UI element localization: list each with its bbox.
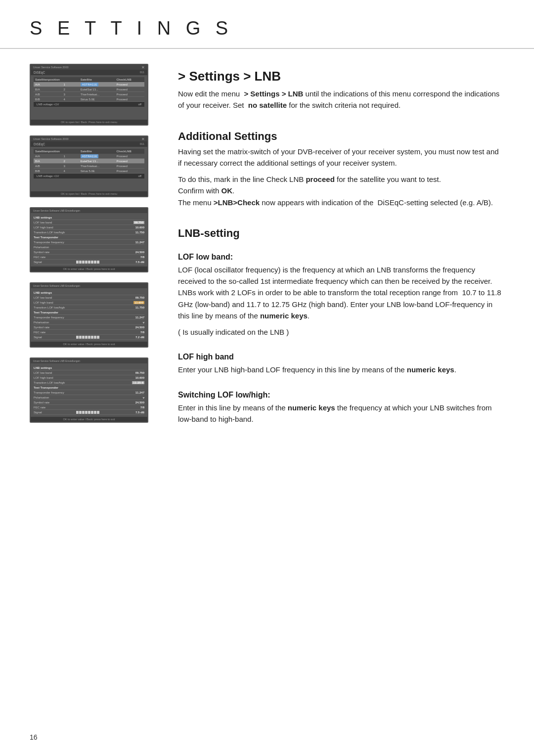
screen2-row-3: A/B 3 Thor/Intelsat... Proceed — [34, 164, 144, 169]
screen3-field-lof-high: LOF high band 10.600 — [34, 225, 144, 230]
screen1-row-4: B/B 4 Sirius 5.0E Proceed — [34, 97, 144, 102]
screen2-row-2: B/A 2 EutelSat 13... Proceed — [34, 159, 144, 164]
screen-top-bar-4: Unser Service Software LNB Einstellungen — [31, 283, 147, 288]
screen4-field-pol: Polarisation v — [34, 320, 144, 325]
right-column: > Settings > LNB Now edit the menu > Set… — [178, 64, 504, 430]
page-number: 16 — [30, 733, 38, 741]
screen3-field-signal: Signal 7.5 dB — [34, 260, 144, 265]
screen3-body: LNB settings LOF low band 09.750 LOF hig… — [31, 213, 147, 267]
settings-lnb-body: Now edit the menu > Settings > LNB until… — [178, 88, 504, 111]
screen-mockup-5: Unser Service Software LNB Einstellungen… — [30, 357, 148, 423]
screen4-field-title: LNB settings — [34, 290, 144, 295]
screen1-table-header: Satellitenposition Satellite CheckLNB — [34, 77, 144, 82]
page-title: S E T T I N G S — [30, 18, 504, 39]
page-container: S E T T I N G S Unser Service Software 2… — [0, 0, 534, 756]
screen5-field-fec: FEC rate 7/8 — [34, 405, 144, 410]
screen3-field-fec: FEC rate 7/8 — [34, 255, 144, 260]
screen-top-bar-2: Unser Service Software 2000 ✕ — [31, 136, 147, 141]
screen4-field-signal: Signal 7.2 dB — [34, 335, 144, 340]
lof-high-band-body: Enter your LNB high-band LOF frequency i… — [178, 364, 504, 375]
screen4-field-symbol: Symbol rate 24.500 — [34, 325, 144, 330]
screen3-field-freq: Transponder frequency 11.247 — [34, 240, 144, 245]
screen4-footer: OK to enter value / Back: press here to … — [31, 342, 147, 347]
screen5-field-pol: Polarisation v — [34, 395, 144, 400]
screen4-field-test-transponder: Test Transponder — [34, 310, 144, 315]
screen2-body: Satellitenposition Satellite CheckLNB A/… — [31, 147, 147, 191]
screen4-field-lof-low: LOF low band 09.750 — [34, 295, 144, 300]
screen3-field-transition: Transition LOF low/high 11.750 — [34, 230, 144, 235]
signal-dots-4 — [76, 336, 99, 339]
settings-lnb-heading: > Settings > LNB — [178, 69, 504, 84]
screen3-field-lof-low: LOF low band 09.750 — [34, 220, 144, 225]
screen5-field-title: LNB settings — [34, 365, 144, 370]
screen1-row-2: B/A 2 EutelSat 13... Proceed — [34, 87, 144, 92]
switching-lof-heading: Switching LOF low/high: — [178, 391, 504, 400]
screen-top-bar-1: Unser Service Software 2000 ✕ — [31, 65, 147, 70]
screen3-field-symbol: Symbol rate 24.500 — [34, 250, 144, 255]
screen1-header-left: Unser Service Software 2000 — [33, 66, 69, 69]
screen-top-bar-5: Unser Service Software LNB Einstellungen — [31, 358, 147, 363]
screen5-field-signal: Signal 7.5 dB — [34, 410, 144, 415]
lof-low-band-note: ( Is usually indicated on the LNB ) — [178, 326, 504, 338]
screen4-field-fec: FEC rate 7/8 — [34, 330, 144, 335]
switching-lof-body: Enter in this line by means of the numer… — [178, 402, 504, 425]
screen1-row-1: A/A 1 ASTRA11E Proceed — [34, 82, 144, 87]
screen-mockup-3: Unser Service Software LNB Einstellungen… — [30, 207, 148, 272]
screen1-table: Satellitenposition Satellite CheckLNB A/… — [34, 77, 144, 102]
screen5-field-lof-low: LOF low band 09.750 — [34, 370, 144, 375]
screen1-row-3: A/B 3 Thor/Intelsat... Proceed — [34, 92, 144, 97]
screen3-field-test-transponder: Test Transponder — [34, 235, 144, 240]
screen4-field-transition: Transition LOF low/high 11.750 — [34, 305, 144, 310]
screen5-body: LNB settings LOF low band 09.750 LOF hig… — [31, 363, 147, 417]
additional-settings-heading: Additional Settings — [178, 130, 504, 143]
lof-low-band-heading: LOF low band: — [178, 253, 504, 262]
screen5-field-freq: Transponder frequency 11.247 — [34, 390, 144, 395]
screen-top-bar-3: Unser Service Software LNB Einstellungen — [31, 208, 147, 213]
screen2-footer: OK to open list / Back: Press here to ex… — [31, 191, 147, 196]
screen2-close-icon: ✕ — [141, 137, 145, 141]
screen5-field-lof-high: LOF high band 10.600 — [34, 375, 144, 380]
header-section: S E T T I N G S — [0, 0, 534, 49]
screen-mockup-1: Unser Service Software 2000 ✕ DiSEqC 011… — [30, 64, 148, 126]
screen2-subheader: DiSEqC 011 — [31, 141, 147, 147]
screen3-field-title: LNB settings — [34, 215, 144, 220]
signal-dots-5 — [76, 411, 99, 414]
lof-low-band-body: LOF (local oscillator frequency) is the … — [178, 264, 504, 321]
lnb-setting-heading: LNB-setting — [178, 227, 504, 240]
screen-mockup-2: Unser Service Software 2000 ✕ DiSEqC 011… — [30, 135, 148, 197]
screen2-row-4: B/B 4 Sirius 5.0E Proceed — [34, 169, 144, 174]
screen-mockup-4: Unser Service Software LNB Einstellungen… — [30, 282, 148, 348]
screen2-table: Satellitenposition Satellite CheckLNB A/… — [34, 149, 144, 174]
screen4-field-freq: Transponder frequency 11.247 — [34, 315, 144, 320]
screen4-body: LNB settings LOF low band 09.750 LOF hig… — [31, 288, 147, 342]
screen4-field-lof-high: LOF high band 13.600 — [34, 300, 144, 305]
screen5-field-test-transponder: Test Transponder — [34, 385, 144, 390]
screen1-lnb-voltage: LNB voltage <1V off — [34, 102, 144, 107]
screen3-footer: OK to enter value / Back: press here to … — [31, 267, 147, 271]
screen1-close-icon: ✕ — [141, 65, 145, 70]
screen3-field-pol: Polarisation — [34, 245, 144, 250]
lof-high-band-heading: LOF high band — [178, 353, 504, 361]
screen1-body: Satellitenposition Satellite CheckLNB A/… — [31, 75, 147, 120]
screen2-lnb-voltage: LNB voltage <1V off — [34, 174, 144, 178]
screen2-row-1: A/A 1 ASTRA11E Proceed — [34, 154, 144, 159]
screen5-field-transition: Transition LOF low/high 11-25-8 — [34, 380, 144, 385]
screen2-table-header: Satellitenposition Satellite CheckLNB — [34, 149, 144, 154]
additional-settings-body2: To do this, mark in the line Check LNB p… — [178, 174, 504, 208]
left-column: Unser Service Software 2000 ✕ DiSEqC 011… — [30, 64, 158, 430]
screen1-footer: OK to open list / Back: Press here to ex… — [31, 120, 147, 125]
main-content: Unser Service Software 2000 ✕ DiSEqC 011… — [0, 49, 534, 449]
screen1-subheader: DiSEqC 011 — [31, 70, 147, 75]
signal-dots-3 — [76, 261, 99, 264]
screen5-field-symbol: Symbol rate 24.500 — [34, 400, 144, 405]
additional-settings-body1: Having set the matrix-switch of your DVB… — [178, 146, 504, 169]
screen5-footer: OK to enter value / Back: press here to … — [31, 417, 147, 422]
